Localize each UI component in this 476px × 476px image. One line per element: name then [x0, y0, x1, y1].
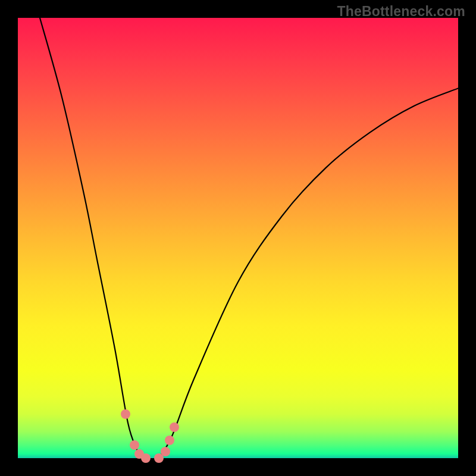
curve-layer [18, 18, 458, 458]
watermark-text: TheBottleneck.com [337, 4, 465, 20]
sample-point [161, 447, 170, 456]
sample-point [170, 422, 179, 432]
sample-point [130, 440, 139, 450]
plot-area [18, 18, 458, 458]
bottleneck-curve-left [40, 18, 141, 458]
bottleneck-curve-right [159, 88, 458, 458]
chart-frame: TheBottleneck.com [0, 0, 476, 476]
sample-point [141, 453, 151, 463]
